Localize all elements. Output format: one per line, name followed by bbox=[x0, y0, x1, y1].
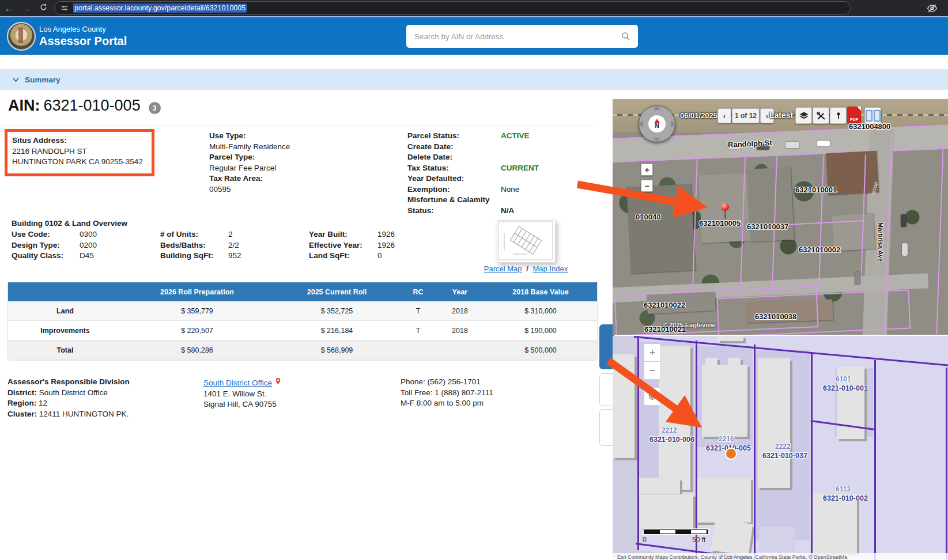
situs-address-box: Situs Address: 2216 RANDOLPH ST HUNTINGT… bbox=[5, 129, 154, 176]
search-box[interactable] bbox=[406, 25, 638, 48]
compass-n-label: N bbox=[655, 123, 659, 129]
division-info-column: Assessor's Responsible Division District… bbox=[7, 377, 130, 419]
cross-street-label: Marbrisa Ave bbox=[877, 222, 884, 262]
parcel-label: 6321010037 bbox=[747, 222, 788, 231]
search-input[interactable] bbox=[413, 32, 621, 41]
scale-start-label: 0 bbox=[643, 536, 647, 544]
building-footprint bbox=[758, 358, 790, 488]
summary-section-toggle[interactable]: Summary bbox=[0, 69, 948, 90]
layers-button[interactable] bbox=[795, 107, 812, 124]
building-col3: Year Built:1926 Effective Year:1926 Land… bbox=[309, 229, 395, 262]
parcel-label: 6321010005 bbox=[699, 219, 741, 228]
location-pin-icon[interactable] bbox=[274, 377, 282, 385]
parcel-label: 6321004800 bbox=[849, 122, 890, 131]
parcel-boundary bbox=[696, 340, 697, 560]
parcel-label: 6321010022 bbox=[644, 301, 685, 309]
parcel-map-thumbnail[interactable] bbox=[497, 220, 556, 263]
apn-label: 6321-010-006 bbox=[649, 436, 694, 444]
parcel-label: 010040 bbox=[636, 213, 660, 221]
parcel-boundary bbox=[637, 336, 639, 560]
split-pane-icon bbox=[874, 110, 881, 122]
parcel-type-value: Regular Fee Parcel bbox=[209, 163, 290, 174]
house-number-label: 2222 bbox=[775, 442, 791, 451]
parcel-boundary bbox=[946, 368, 947, 560]
building-overview-title: Building 0102 & Land Overview bbox=[12, 219, 127, 228]
building-footprint bbox=[613, 354, 634, 458]
search-icon[interactable] bbox=[621, 31, 631, 41]
office-address1: 1401 E. Willow St. bbox=[203, 389, 282, 400]
forward-button[interactable]: → bbox=[17, 3, 35, 13]
chevron-down-icon[interactable] bbox=[12, 75, 20, 84]
parcel-type-label: Parcel Type: bbox=[209, 152, 290, 163]
page-fold-icon bbox=[857, 107, 861, 111]
reload-icon bbox=[39, 3, 48, 12]
map-index-link[interactable]: Map Index bbox=[532, 264, 568, 273]
building-col2: # of Units:2 Beds/Baths:2/2 Building SqF… bbox=[160, 229, 241, 262]
compass-south-arrow bbox=[654, 138, 660, 143]
map-links: Parcel Map / Map Index bbox=[470, 264, 582, 273]
split-view-button[interactable] bbox=[864, 107, 881, 124]
selected-parcel-dot bbox=[725, 448, 737, 460]
address-bar[interactable]: portal.assessor.lacounty.gov/parceldetai… bbox=[54, 1, 851, 15]
assessment-value-table: 2026 Roll Preparation 2025 Current RollR… bbox=[7, 282, 598, 360]
scale-end-label: 50 ft bbox=[692, 536, 705, 544]
district-office-link[interactable]: South District Office bbox=[203, 379, 272, 387]
aerial-zoom-out-button[interactable]: − bbox=[641, 180, 653, 192]
photo-count-badge[interactable]: 3 bbox=[149, 102, 161, 114]
aerial-map-canvas[interactable]: N + − 06/01/2025 ‹ 1 of 12 › Latest ▼ PD… bbox=[613, 99, 948, 335]
parcel-boundary bbox=[874, 360, 876, 560]
building-footprint bbox=[639, 478, 680, 494]
use-type-label: Use Type: bbox=[209, 131, 290, 142]
county-name: Los Angeles County bbox=[39, 25, 106, 33]
car bbox=[785, 142, 799, 148]
tax-rate-area-label: Tax Rate Area: bbox=[209, 173, 290, 184]
car bbox=[855, 272, 860, 285]
house-number-label: 6113 bbox=[836, 485, 851, 493]
pin-tool-button[interactable] bbox=[830, 107, 847, 124]
building-footprint bbox=[717, 336, 743, 341]
situs-line1: 2216 RANDOLPH ST bbox=[12, 146, 147, 157]
parcel-detail-content: AIN: 6321-010-005 3 Situs Address: 2216 … bbox=[0, 90, 599, 560]
vector-layers-button[interactable] bbox=[644, 387, 661, 406]
summary-label: Summary bbox=[25, 75, 61, 84]
building-col1: Use Code:0300 Design Type:0200 Quality C… bbox=[12, 229, 97, 262]
situs-label: Situs Address: bbox=[12, 135, 147, 146]
house-number-label: 2212 bbox=[662, 426, 677, 434]
back-button[interactable]: ← bbox=[0, 3, 17, 13]
site-settings-icon bbox=[61, 4, 69, 12]
building-footprint bbox=[659, 346, 690, 490]
apn-label: 6321-010-001 bbox=[823, 384, 868, 392]
aerial-zoom-in-button[interactable]: + bbox=[641, 164, 653, 176]
ain-value: 6321-010-005 bbox=[44, 97, 141, 115]
vector-zoom-out-button[interactable]: − bbox=[644, 361, 661, 380]
vector-zoom-in-button[interactable]: + bbox=[644, 343, 661, 362]
tools-button[interactable] bbox=[813, 107, 829, 124]
building-footprint bbox=[811, 494, 857, 553]
eye-off-icon[interactable] bbox=[927, 3, 938, 14]
building-footprint bbox=[711, 519, 753, 556]
parcel-vector-map-canvas[interactable]: 6101 6321-010-001 2212 6321-010-006 2216… bbox=[613, 336, 948, 560]
layers-icon bbox=[648, 392, 657, 401]
compass-north-arrow bbox=[654, 105, 660, 110]
table-row: Land$ 359,779 $ 352,725T 2018$ 310,000 bbox=[8, 301, 597, 321]
pdf-export-button[interactable]: PDF bbox=[847, 107, 861, 123]
county-seal-logo bbox=[7, 22, 36, 51]
status-row: Year Defaulted: bbox=[407, 173, 598, 184]
office-address2: Signal Hill, CA 90755 bbox=[203, 399, 282, 410]
imagery-page-indicator: 1 of 12 bbox=[732, 108, 760, 123]
compass-west-arrow bbox=[638, 120, 643, 127]
compass-rose[interactable]: N bbox=[639, 105, 675, 142]
prev-imagery-button[interactable]: ‹ bbox=[717, 108, 731, 123]
use-info-column: Use Type: Multi-Family Residence Parcel … bbox=[209, 131, 290, 195]
status-row: Misfortune & Calamity Status:N/A bbox=[407, 195, 598, 216]
url-text[interactable]: portal.assessor.lacounty.gov/parceldetai… bbox=[73, 3, 247, 13]
parcel-map-link[interactable]: Parcel Map bbox=[484, 264, 522, 273]
pin-ball bbox=[721, 203, 729, 211]
status-row: Tax Status:CURRENT bbox=[407, 163, 598, 174]
pin-tool-icon bbox=[834, 111, 843, 121]
ain-heading: AIN: 6321-010-005 3 bbox=[8, 97, 161, 115]
app-header: Los Angeles County Assessor Portal bbox=[0, 17, 948, 55]
link-separator: / bbox=[526, 264, 528, 273]
reload-button[interactable] bbox=[35, 3, 52, 13]
imagery-date: 06/01/2025 bbox=[680, 111, 717, 120]
